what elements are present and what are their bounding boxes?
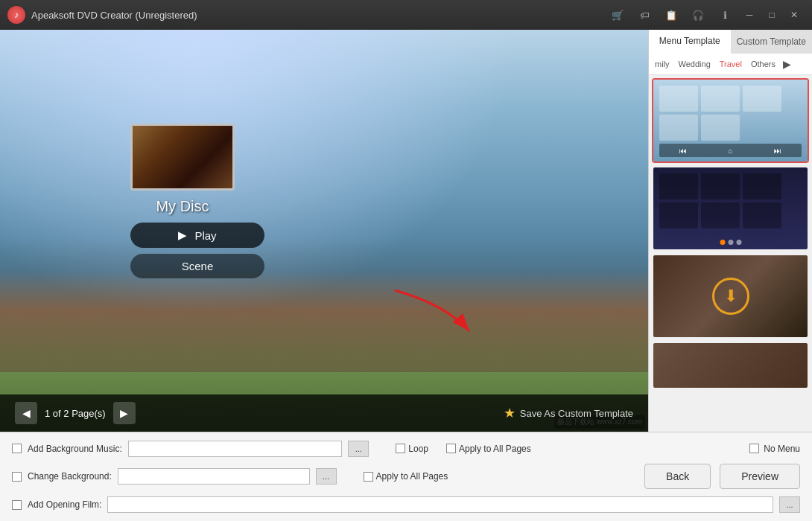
disc-buttons: ▶ Play Scene <box>130 223 264 278</box>
tpl-photo <box>701 115 740 141</box>
preview-button[interactable]: Preview <box>720 464 800 489</box>
download-icon: ⬇ <box>712 278 749 315</box>
window-controls: ─ □ ✕ <box>739 4 805 25</box>
opening-film-browse[interactable]: ... <box>779 496 800 513</box>
template-categories: mily Wedding Travel Others ▶ <box>649 54 812 75</box>
tpl-dot <box>720 240 725 245</box>
sidebar: Menu Template Custom Template mily Weddi… <box>648 30 812 432</box>
toolbar-icons: 🛒 🏷 📋 🎧 ℹ <box>609 7 733 23</box>
info-icon[interactable]: ℹ <box>717 7 733 23</box>
tpl-photo <box>659 115 698 141</box>
no-menu-label: No Menu <box>764 444 800 454</box>
main-wrapper: My Disc ▶ Play Scene <box>0 30 812 521</box>
cat-family[interactable]: mily <box>650 57 674 71</box>
tab-custom-template[interactable]: Custom Template <box>731 30 813 54</box>
close-button[interactable]: ✕ <box>784 4 805 25</box>
scene-button[interactable]: Scene <box>130 254 264 278</box>
template-thumb-2 <box>653 167 808 249</box>
no-menu-row: No Menu <box>749 444 800 454</box>
disc-thumbnail <box>130 124 235 191</box>
loop-label: Loop <box>408 444 428 454</box>
opening-film-label: Add Opening Film: <box>28 499 101 510</box>
opening-film-checkbox[interactable] <box>12 500 22 510</box>
apply-all-bg-checkbox[interactable] <box>364 472 373 482</box>
app-title: Apeaksoft DVD Creator (Unregistered) <box>31 10 609 21</box>
app-logo: ♪ <box>7 6 25 24</box>
tpl-photos-1 <box>659 86 802 141</box>
disc-ui: My Disc ▶ Play Scene <box>130 124 264 278</box>
prev-page-button[interactable]: ◀ <box>15 402 37 424</box>
change-bg-row: Change Background: ... Apply to All Page… <box>12 464 800 489</box>
action-buttons: Back Preview <box>644 464 800 489</box>
star-icon: ★ <box>504 405 516 421</box>
maximize-button[interactable]: □ <box>761 4 782 25</box>
preview-scene: My Disc ▶ Play Scene <box>0 30 648 432</box>
tpl-dot <box>728 240 733 245</box>
bg-music-input[interactable] <box>128 441 343 457</box>
tpl-photo <box>659 202 698 228</box>
template-thumb-4 <box>653 343 808 388</box>
loop-checkbox-row: Loop <box>396 444 428 454</box>
tpl-ctrl-home: ⌂ <box>728 147 732 155</box>
tag-icon[interactable]: 🏷 <box>636 7 653 23</box>
tpl-photo <box>743 86 781 112</box>
tab-menu-template[interactable]: Menu Template <box>649 30 731 54</box>
change-bg-checkbox[interactable] <box>12 472 22 482</box>
tpl-photos-2 <box>659 173 802 228</box>
tpl-photo <box>659 86 698 112</box>
bg-music-checkbox[interactable] <box>12 444 22 453</box>
cat-wedding[interactable]: Wedding <box>674 57 715 71</box>
clipboard-icon[interactable]: 📋 <box>663 7 679 23</box>
tpl-photo <box>701 202 740 228</box>
tpl-photo <box>743 173 781 199</box>
bottom-panel: Add Background Music: ... Loop Apply to … <box>0 432 812 521</box>
next-page-button[interactable]: ▶ <box>113 402 136 424</box>
page-info: 1 of 2 Page(s) <box>45 408 106 419</box>
tpl-dot <box>736 240 741 245</box>
no-menu-checkbox[interactable] <box>749 444 759 453</box>
apply-all-bg-row: Apply to All Pages <box>364 471 448 482</box>
sidebar-tabs: Menu Template Custom Template <box>649 30 812 54</box>
preview-wrapper: My Disc ▶ Play Scene <box>0 30 648 432</box>
template-item-4[interactable] <box>652 342 809 389</box>
template-item-3[interactable]: ⬇ <box>652 254 809 339</box>
templates-list: ⏮ ⌂ ⏭ <box>649 75 812 432</box>
template-thumb-3: ⬇ <box>653 255 808 337</box>
bg-music-label: Add Background Music: <box>28 444 122 454</box>
minimize-button[interactable]: ─ <box>739 4 760 25</box>
cat-travel[interactable]: Travel <box>715 57 746 71</box>
disc-title: My Disc <box>130 198 235 215</box>
tpl-ctrl-next: ⏭ <box>774 147 781 155</box>
tpl-photo <box>701 86 740 112</box>
opening-film-row: Add Opening Film: ... <box>12 496 800 513</box>
headset-icon[interactable]: 🎧 <box>690 7 706 23</box>
change-bg-input[interactable] <box>118 468 310 485</box>
back-button[interactable]: Back <box>644 464 711 489</box>
apply-all-music-row: Apply to All Pages <box>446 444 531 454</box>
bg-music-browse[interactable]: ... <box>348 441 369 457</box>
preview-controls: ◀ 1 of 2 Page(s) ▶ ★ Save As Custom Temp… <box>0 394 648 432</box>
content-area: My Disc ▶ Play Scene <box>0 30 812 432</box>
bg-music-row: Add Background Music: ... Loop Apply to … <box>12 441 800 457</box>
loop-checkbox[interactable] <box>396 444 405 453</box>
tpl-dots <box>720 240 741 245</box>
apply-all-music-label: Apply to All Pages <box>459 444 531 454</box>
template-item-2[interactable] <box>652 166 809 251</box>
apply-all-music-checkbox[interactable] <box>446 444 456 453</box>
template-item-1[interactable]: ⏮ ⌂ ⏭ <box>652 78 809 163</box>
template-thumb-1: ⏮ ⌂ ⏭ <box>653 80 808 162</box>
cat-others[interactable]: Others <box>746 57 780 71</box>
tpl-ctrl-prev: ⏮ <box>679 147 687 155</box>
tpl-photo <box>743 202 781 228</box>
play-button[interactable]: ▶ Play <box>130 223 264 248</box>
opening-film-input[interactable] <box>107 496 773 513</box>
apply-all-bg-label: Apply to All Pages <box>376 471 448 482</box>
save-template-button[interactable]: ★ Save As Custom Template <box>504 405 633 421</box>
cart-icon[interactable]: 🛒 <box>609 7 626 23</box>
tpl-photo <box>659 173 698 199</box>
change-bg-browse[interactable]: ... <box>316 468 337 485</box>
nav-controls: ◀ 1 of 2 Page(s) ▶ <box>15 402 136 424</box>
buildings-overlay <box>0 149 648 372</box>
disc-thumbnail-inner <box>133 126 232 188</box>
cat-scroll-right[interactable]: ▶ <box>780 58 794 70</box>
